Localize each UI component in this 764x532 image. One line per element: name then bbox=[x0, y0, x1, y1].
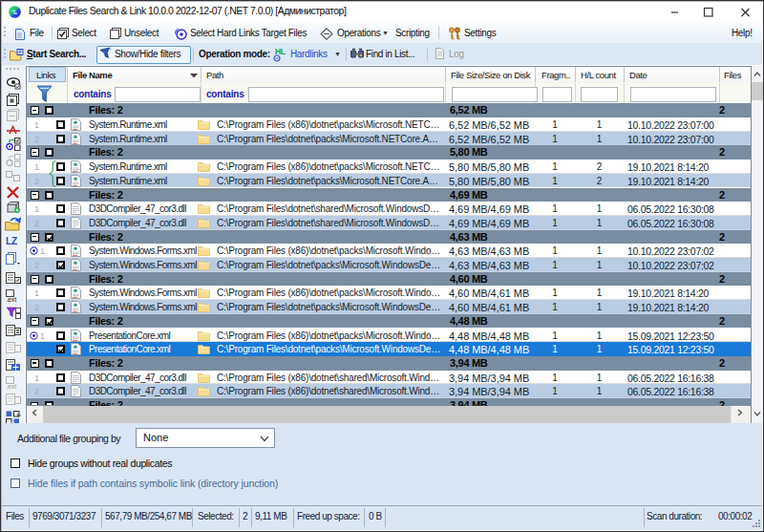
svg-text:.ext: .ext bbox=[6, 296, 16, 303]
svg-text:.ext: .ext bbox=[6, 383, 16, 390]
svg-text:LZ: LZ bbox=[6, 236, 17, 246]
